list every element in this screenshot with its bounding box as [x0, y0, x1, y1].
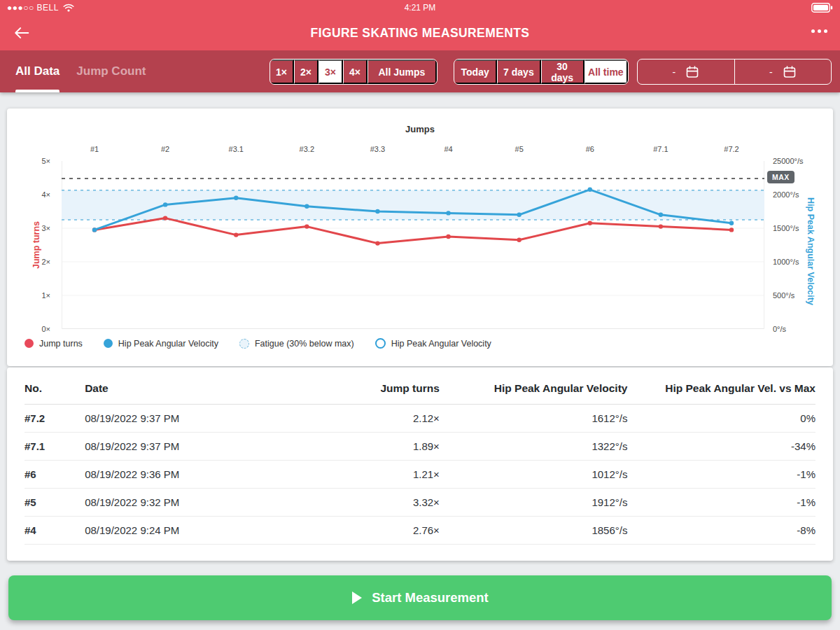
x-label-7.1: #7.1 — [653, 145, 668, 153]
jump-filter-1[interactable]: 1× — [270, 59, 294, 84]
tab-jump-count[interactable]: Jump Count — [76, 50, 146, 92]
header-row: FIGURE SKATING MEASUREMENTS — [0, 15, 840, 50]
max-badge: MAX — [767, 171, 794, 183]
legend-label: Hip Peak Angular Velocity — [118, 339, 218, 349]
right-tick-1000-s: 1000°/s — [773, 258, 799, 266]
column-header-no.: No. — [24, 368, 85, 405]
calendar-icon — [685, 65, 699, 79]
left-tick-3: 3× — [41, 224, 50, 232]
cell-no: #7.1 — [24, 433, 85, 461]
cell-hpav: 1012°/s — [440, 461, 628, 489]
cell-turns: 3.32× — [298, 489, 440, 517]
tab-all-data[interactable]: All Data — [15, 50, 59, 92]
left-tick-2: 2× — [41, 258, 50, 266]
range-filter-30-days[interactable]: 30 days — [541, 59, 584, 84]
table-row-4[interactable]: #408/19/2022 9:24 PM2.76×1856°/s-8% — [24, 517, 816, 545]
cell-hpav: 1322°/s — [440, 433, 628, 461]
range-filter-7-days[interactable]: 7 days — [497, 59, 540, 84]
x-label-3.1: #3.1 — [229, 145, 244, 153]
cell-date: 08/19/2022 9:37 PM — [85, 433, 298, 461]
cell-vsmax: -1% — [627, 489, 816, 517]
sub-nav: All DataJump Count 1×2×3×4×All Jumps Tod… — [0, 50, 840, 92]
outline-blue-swatch-icon — [375, 338, 386, 349]
plot-svg — [62, 161, 764, 329]
column-header-hip-peak-angular-velocity: Hip Peak Angular Velocity — [440, 368, 628, 405]
cell-date: 08/19/2022 9:32 PM — [85, 489, 298, 517]
table-row-6[interactable]: #608/19/2022 9:36 PM1.21×1012°/s-1% — [24, 461, 816, 489]
cell-date: 08/19/2022 9:24 PM — [85, 517, 298, 545]
cell-date: 08/19/2022 9:36 PM — [85, 461, 298, 489]
table-row-7.1[interactable]: #7.108/19/2022 9:37 PM1.89×1322°/s-34% — [24, 433, 816, 461]
status-time: 4:21 PM — [0, 0, 840, 15]
table-row-7.2[interactable]: #7.208/19/2022 9:37 PM2.12×1612°/s0% — [24, 405, 816, 433]
cell-vsmax: -1% — [627, 461, 816, 489]
time-range-filter-group: Today7 days30 daysAll time — [454, 59, 629, 85]
right-tick-0-s: 0°/s — [773, 325, 786, 333]
cell-hpav: 1912°/s — [440, 489, 628, 517]
jump-type-filter-group: 1×2×3×4×All Jumps — [270, 59, 438, 85]
app-screen: ●●●○○ BELL 4:21 PM — [0, 0, 840, 630]
legend-label: Jump turns — [39, 339, 83, 349]
legend-label: Fatigue (30% below max) — [255, 339, 354, 349]
cell-turns: 2.12× — [298, 405, 440, 433]
cell-turns: 1.21× — [298, 461, 440, 489]
date-to-picker[interactable]: - — [734, 59, 832, 84]
back-arrow-icon — [13, 25, 29, 41]
start-measurement-label: Start Measurement — [372, 590, 489, 606]
x-label-4: #4 — [444, 145, 452, 153]
status-bar: ●●●○○ BELL 4:21 PM — [0, 0, 840, 15]
left-tick-5: 5× — [41, 157, 50, 165]
range-filter-today[interactable]: Today — [454, 59, 497, 84]
more-menu-button[interactable] — [810, 25, 829, 37]
battery-icon — [811, 3, 833, 13]
cell-turns: 2.76× — [298, 517, 440, 545]
filled-red-swatch-icon — [24, 339, 34, 348]
legend-item-fatigue-30-below-max[interactable]: Fatigue (30% below max) — [239, 339, 354, 349]
cell-vsmax: -34% — [627, 433, 816, 461]
right-tick-25000-s: 25000°/s — [773, 157, 804, 165]
cell-hpav: 1612°/s — [440, 405, 628, 433]
cell-vsmax: -8% — [627, 517, 816, 545]
column-header-jump-turns: Jump turns — [298, 368, 440, 405]
right-tick-2000-s: 2000°/s — [773, 190, 799, 199]
cell-no: #6 — [24, 461, 85, 489]
legend-item-jump-turns[interactable]: Jump turns — [24, 339, 83, 349]
top-bar: ●●●○○ BELL 4:21 PM — [0, 0, 840, 50]
column-header-hip-peak-angular-vel.-vs-max: Hip Peak Angular Vel. vs Max — [627, 368, 816, 405]
date-from-picker[interactable]: - — [638, 59, 734, 84]
cell-vsmax: 0% — [627, 405, 816, 433]
cell-hpav: 1856°/s — [440, 517, 628, 545]
cell-turns: 1.89× — [298, 433, 440, 461]
date-to-value: - — [769, 66, 773, 78]
date-range-group: - - — [637, 59, 832, 85]
start-measurement-button[interactable]: Start Measurement — [8, 575, 832, 620]
jump-filter-2[interactable]: 2× — [294, 59, 318, 84]
carrier-label: ●●●○○ BELL — [7, 3, 59, 13]
column-header-date: Date — [85, 368, 298, 405]
x-label-3.2: #3.2 — [300, 145, 314, 153]
legend-item-hip-peak-angular-velocity[interactable]: Hip Peak Angular Velocity — [375, 338, 491, 349]
dashed-circle-swatch-icon — [239, 339, 249, 349]
table-header: No.DateJump turnsHip Peak Angular Veloci… — [24, 368, 816, 405]
wifi-icon — [63, 4, 74, 12]
measurements-table: No.DateJump turnsHip Peak Angular Veloci… — [24, 368, 816, 545]
back-button[interactable] — [8, 21, 34, 45]
x-label-5: #5 — [515, 145, 524, 153]
jump-filter-4[interactable]: 4× — [343, 59, 368, 84]
carrier-signal: ●●●○○ BELL — [7, 3, 74, 13]
cell-no: #7.2 — [24, 405, 85, 433]
legend-item-hip-peak-angular-velocity[interactable]: Hip Peak Angular Velocity — [104, 339, 218, 349]
left-tick-0: 0× — [41, 325, 50, 333]
range-filter-all-time[interactable]: All time — [584, 59, 628, 84]
jump-filter-all-jumps[interactable]: All Jumps — [368, 59, 437, 84]
x-label-2: #2 — [161, 145, 169, 153]
ellipsis-icon — [811, 29, 815, 33]
table-row-5[interactable]: #508/19/2022 9:32 PM3.32×1912°/s-1% — [24, 489, 816, 517]
left-tick-1: 1× — [41, 291, 50, 300]
left-tick-4: 4× — [41, 190, 50, 199]
jump-filter-3[interactable]: 3× — [318, 59, 343, 84]
x-label-1: #1 — [90, 145, 99, 153]
cell-no: #5 — [24, 489, 85, 517]
chart-legend: Jump turnsHip Peak Angular VelocityFatig… — [24, 338, 491, 349]
x-label-7.2: #7.2 — [724, 145, 738, 153]
